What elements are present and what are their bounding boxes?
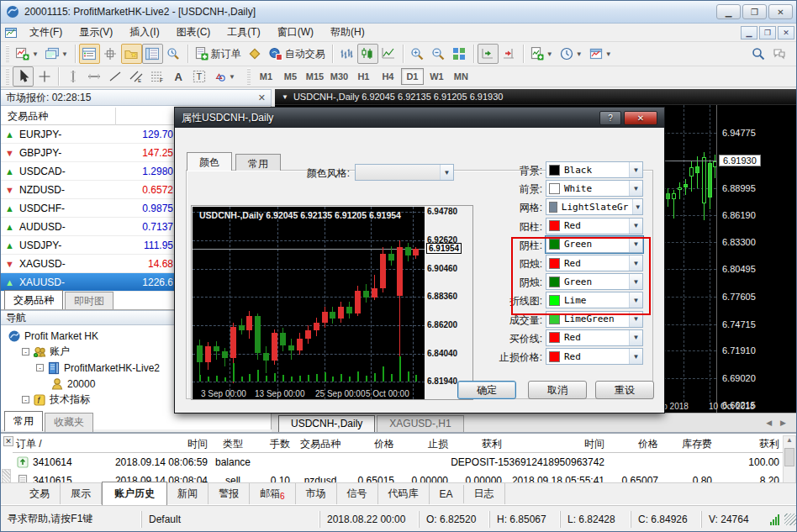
color-combobox-Red[interactable]: Red▼ [546, 218, 643, 234]
color-combobox-Red[interactable]: Red▼ [546, 329, 643, 346]
fibo-button[interactable]: F [146, 66, 167, 87]
terminal-tab-代码库[interactable]: 代码库 [378, 483, 430, 504]
terminal-tab-EA[interactable]: EA [430, 485, 464, 503]
terminal-window-button[interactable] [142, 44, 163, 64]
timeframe-H1[interactable]: H1 [352, 68, 375, 85]
navigator-item-账户[interactable]: -账户 [22, 344, 70, 360]
tab-scroll-left-icon[interactable]: ◀ [766, 419, 772, 427]
dialog-close-button[interactable]: ✕ [624, 111, 657, 125]
periods-button[interactable]: ▼ [557, 44, 586, 64]
label-button[interactable]: T [188, 66, 209, 87]
chevron-down-icon[interactable]: ▼ [440, 165, 453, 180]
mdi-minimize-button[interactable]: ▁ [741, 26, 757, 40]
cursor-button[interactable] [13, 66, 34, 87]
hline-button[interactable] [83, 66, 104, 87]
timeframe-M30[interactable]: M30 [328, 68, 351, 85]
chart-shift-button[interactable] [478, 44, 499, 64]
trendline-button[interactable] [104, 66, 125, 87]
tile-windows-button[interactable] [449, 44, 470, 64]
chart-window-header[interactable]: ▼USDCNH-,Daily 6.92045 6.92135 6.91205 6… [275, 89, 797, 105]
new-order-button[interactable]: 新订单 [192, 44, 245, 64]
timeframe-H4[interactable]: H4 [377, 68, 399, 85]
text-button[interactable]: A [167, 66, 188, 87]
chevron-down-icon[interactable]: ▼ [32, 50, 39, 58]
column-header-2[interactable]: 类型 [211, 435, 255, 453]
zoom-in-button[interactable] [407, 44, 428, 64]
column-symbol[interactable]: 交易品种 [1, 108, 116, 125]
market-watch-tab-即时图[interactable]: 即时图 [65, 292, 113, 311]
column-header-9[interactable]: 价格 [608, 435, 662, 453]
menu-item-帮助H[interactable]: 帮助(H) [322, 24, 373, 41]
tester-button[interactable] [163, 44, 184, 64]
dialog-help-button[interactable]: ? [599, 111, 621, 125]
restore-button[interactable]: ❐ [742, 4, 767, 19]
terminal-tab-邮箱[interactable]: 邮箱6 [250, 483, 296, 504]
column-header-5[interactable]: 价格 [347, 435, 398, 453]
column-header-11[interactable]: 获利 [715, 435, 783, 453]
column-header-10[interactable]: 库存费 [662, 435, 715, 453]
dialog-tab-颜色[interactable]: 颜色 [187, 152, 232, 171]
chart-tab-USDCNHDaily[interactable]: USDCNH-,Daily [278, 415, 375, 432]
market-watch-close-icon[interactable]: ✕ [258, 92, 266, 103]
zoom-out-button[interactable] [428, 44, 449, 64]
candles-chart-button[interactable] [357, 44, 378, 64]
chevron-down-icon[interactable]: ▼ [629, 219, 642, 234]
channel-button[interactable]: E [125, 66, 146, 87]
timeframe-D1[interactable]: D1 [401, 68, 424, 85]
chevron-down-icon[interactable]: ▼ [546, 50, 553, 58]
chevron-down-icon[interactable]: ▼ [629, 349, 642, 364]
terminal-tab-新闻[interactable]: 新闻 [167, 483, 208, 504]
menu-item-工具T[interactable]: 工具(T) [219, 24, 268, 41]
navigator-item-ProfitMarketHK-Live2[interactable]: -ProfitMarketHK-Live2 [36, 360, 160, 376]
column-header-6[interactable]: 止损 [398, 435, 451, 453]
market-watch-tab-交易品种[interactable]: 交易品种 [4, 290, 63, 310]
auto-scroll-button[interactable] [499, 44, 520, 64]
chevron-down-icon[interactable]: ▼ [632, 199, 642, 214]
indicators-button[interactable]: ▼ [527, 44, 557, 64]
chevron-down-icon[interactable]: ▼ [629, 162, 642, 177]
chevron-down-icon[interactable]: ▼ [629, 181, 642, 196]
timeframe-MN[interactable]: MN [450, 68, 472, 85]
dialog-title-bar[interactable]: 属性USDCNH-,Daily ? ✕ [175, 108, 664, 128]
profiles-button[interactable]: ▼ [42, 44, 71, 64]
color-style-combobox[interactable]: ▼ [355, 164, 454, 181]
reset-button[interactable]: 重设 [595, 381, 654, 399]
timeframe-M5[interactable]: M5 [279, 68, 302, 85]
ok-button[interactable]: 确定 [457, 381, 516, 399]
column-header-1[interactable]: 时间 [102, 435, 211, 453]
navigator-tab-收藏夹[interactable]: 收藏夹 [45, 413, 93, 432]
chevron-down-icon[interactable]: ▼ [605, 50, 612, 58]
chevron-down-icon[interactable]: ▼ [629, 330, 642, 345]
terminal-tab-信号[interactable]: 信号 [337, 483, 378, 504]
terminal-tab-展示[interactable]: 展示 [61, 483, 102, 504]
color-combobox-Red[interactable]: Red▼ [546, 348, 643, 365]
eraser-button[interactable] [245, 44, 266, 64]
resize-grip[interactable] [784, 514, 796, 525]
mdi-restore-button[interactable]: ❐ [759, 26, 776, 40]
column-header-7[interactable]: 获利 [451, 435, 505, 453]
tree-expander-icon[interactable]: - [22, 396, 29, 403]
navigator-item-broker[interactable]: Profit Market HK [8, 328, 98, 344]
chevron-down-icon[interactable]: ▼ [229, 73, 235, 81]
autotrading-button[interactable]: 自动交易 [266, 44, 329, 64]
dialog-tab-常用[interactable]: 常用 [235, 154, 281, 171]
chart-tab-XAGUSDH1[interactable]: XAGUSD-,H1 [377, 415, 463, 432]
toolbar-grip[interactable] [6, 45, 9, 62]
new-chart-button[interactable]: ▼ [13, 44, 42, 64]
terminal-tab-警报[interactable]: 警报 [208, 483, 250, 504]
history-row-3410614[interactable]: 34106142018.09.14 08:06:59balanceDEPOSIT… [13, 453, 783, 471]
vline-button[interactable] [62, 66, 83, 87]
terminal-tab-交易[interactable]: 交易 [19, 483, 61, 504]
chat-button[interactable] [768, 44, 789, 64]
timeframe-M15[interactable]: M15 [303, 68, 326, 85]
toolbar-grip[interactable] [247, 68, 251, 85]
terminal-tab-市场[interactable]: 市场 [296, 483, 337, 504]
tree-expander-icon[interactable]: - [36, 364, 44, 371]
bars-chart-button[interactable] [336, 44, 357, 64]
search-button[interactable] [747, 44, 768, 64]
column-header-3[interactable]: 手数 [255, 435, 293, 453]
menu-item-文件F[interactable]: 文件(F) [21, 24, 71, 41]
menu-item-窗口W[interactable]: 窗口(W) [269, 24, 322, 41]
column-header-4[interactable]: 交易品种 [293, 435, 347, 453]
chevron-down-icon[interactable]: ▼ [576, 50, 583, 58]
